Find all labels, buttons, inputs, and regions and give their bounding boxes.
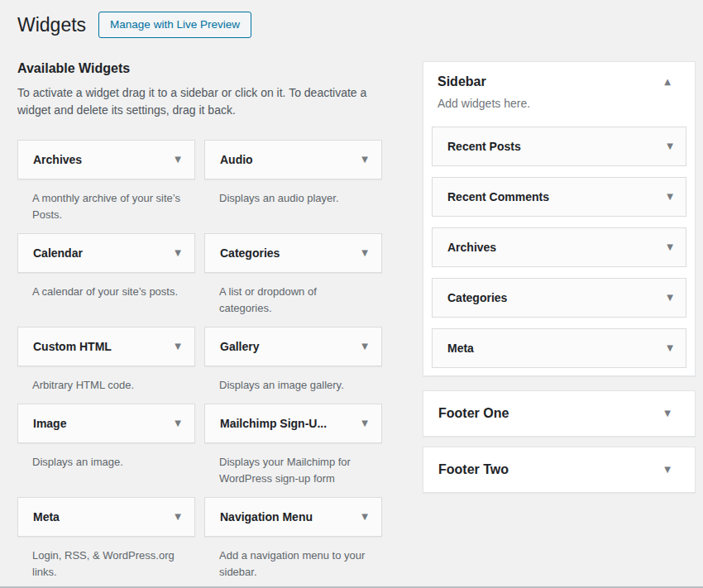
- widget-title: Image: [33, 417, 66, 430]
- chevron-down-icon[interactable]: ▼: [361, 155, 368, 164]
- widget-description: A calendar of your site’s posts.: [17, 273, 195, 310]
- widget-cell-gallery: Gallery ▼ Displays an image gallery.: [204, 327, 382, 404]
- widget-card-meta[interactable]: Meta ▼: [17, 497, 195, 537]
- footer-one-title: Footer One: [438, 406, 509, 421]
- sidebar-widget-recent-comments[interactable]: Recent Comments ▼: [432, 177, 686, 217]
- sidebar-widget-title: Recent Comments: [447, 190, 549, 203]
- widget-cell-image: Image ▼ Displays an image.: [17, 404, 195, 497]
- widget-description: Displays your Mailchimp for WordPress si…: [204, 443, 382, 497]
- chevron-down-icon[interactable]: ▼: [361, 249, 368, 257]
- chevron-down-icon[interactable]: ▼: [667, 344, 673, 352]
- sidebar-widget-title: Categories: [447, 291, 507, 304]
- page-title: Widgets: [17, 12, 86, 37]
- widget-card-audio[interactable]: Audio ▼: [204, 140, 382, 179]
- chevron-down-icon[interactable]: ▼: [667, 193, 673, 201]
- footer-two-title: Footer Two: [438, 462, 509, 477]
- sidebar-widget-title: Recent Posts: [447, 140, 521, 153]
- widget-cell-audio: Audio ▼ Displays an audio player.: [204, 140, 382, 233]
- chevron-down-icon[interactable]: ▼: [361, 513, 368, 521]
- available-widgets-section: Available Widgets To activate a widget d…: [17, 61, 382, 588]
- widget-description: Displays an audio player.: [204, 179, 382, 217]
- available-widgets-grid: Archives ▼ A monthly archive of your sit…: [17, 140, 382, 588]
- footer-two-header[interactable]: Footer Two ▼: [423, 447, 695, 492]
- chevron-down-icon[interactable]: ▼: [667, 294, 673, 302]
- widget-card-navigation-menu[interactable]: Navigation Menu ▼: [204, 497, 382, 537]
- chevron-down-icon[interactable]: ▼: [664, 466, 671, 474]
- available-widgets-intro: To activate a widget drag it to a sideba…: [17, 84, 376, 119]
- widgets-admin-page: Widgets Manage with Live Preview Availab…: [0, 0, 703, 588]
- sidebar-panel: Sidebar ▲ Add widgets here. Recent Posts…: [423, 61, 696, 376]
- sidebar-widget-list: Recent Posts ▼ Recent Comments ▼ Archive…: [423, 127, 695, 368]
- chevron-down-icon[interactable]: ▼: [175, 249, 181, 257]
- footer-one-panel: Footer One ▼: [423, 390, 696, 437]
- widget-title: Meta: [33, 510, 60, 523]
- sidebar-widget-categories[interactable]: Categories ▼: [432, 278, 686, 318]
- widget-cell-navigation-menu: Navigation Menu ▼ Add a navigation menu …: [204, 497, 382, 588]
- widget-description: Login, RSS, & WordPress.org links.: [17, 537, 195, 588]
- chevron-down-icon[interactable]: ▼: [664, 409, 671, 418]
- widget-title: Custom HTML: [33, 340, 112, 353]
- footer-two-panel: Footer Two ▼: [423, 447, 696, 493]
- widget-cell-archives: Archives ▼ A monthly archive of your sit…: [17, 140, 195, 233]
- widget-card-calendar[interactable]: Calendar ▼: [17, 233, 195, 273]
- sidebar-panel-header[interactable]: Sidebar ▲: [423, 62, 695, 89]
- chevron-down-icon[interactable]: ▼: [361, 342, 368, 351]
- sidebar-widget-recent-posts[interactable]: Recent Posts ▼: [432, 127, 686, 166]
- widget-cell-custom-html: Custom HTML ▼ Arbitrary HTML code.: [17, 327, 195, 404]
- widget-card-mailchimp[interactable]: Mailchimp Sign-U... ▼: [204, 404, 382, 443]
- widget-description: A list or dropdown of categories.: [204, 273, 382, 327]
- widget-cell-categories: Categories ▼ A list or dropdown of categ…: [204, 233, 382, 327]
- footer-one-header[interactable]: Footer One ▼: [423, 391, 695, 436]
- chevron-down-icon[interactable]: ▼: [175, 342, 181, 351]
- chevron-down-icon[interactable]: ▼: [667, 243, 673, 251]
- widget-title: Navigation Menu: [220, 510, 313, 523]
- sidebar-hint-text: Add widgets here.: [438, 97, 681, 110]
- widget-title: Mailchimp Sign-U...: [220, 417, 327, 430]
- widget-cell-mailchimp: Mailchimp Sign-U... ▼ Displays your Mail…: [204, 404, 382, 497]
- chevron-down-icon[interactable]: ▼: [361, 419, 368, 428]
- widget-cell-meta: Meta ▼ Login, RSS, & WordPress.org links…: [17, 497, 195, 588]
- widget-description: A monthly archive of your site’s Posts.: [17, 179, 195, 233]
- widget-title: Categories: [220, 246, 280, 260]
- chevron-down-icon[interactable]: ▼: [175, 155, 181, 164]
- chevron-up-icon[interactable]: ▲: [664, 78, 671, 86]
- sidebars-column: Sidebar ▲ Add widgets here. Recent Posts…: [423, 61, 696, 493]
- widget-card-archives[interactable]: Archives ▼: [17, 140, 195, 179]
- widget-title: Gallery: [220, 340, 259, 353]
- chevron-down-icon[interactable]: ▼: [175, 419, 181, 428]
- available-widgets-heading: Available Widgets: [17, 61, 382, 76]
- widget-card-gallery[interactable]: Gallery ▼: [204, 327, 382, 366]
- widget-title: Calendar: [33, 246, 83, 260]
- widget-title: Archives: [33, 153, 82, 166]
- widget-description: Arbitrary HTML code.: [17, 366, 195, 404]
- widget-title: Audio: [220, 153, 253, 166]
- content-columns: Available Widgets To activate a widget d…: [17, 61, 703, 588]
- widget-card-categories[interactable]: Categories ▼: [204, 233, 382, 273]
- page-header: Widgets Manage with Live Preview: [17, 12, 703, 38]
- sidebar-widget-archives[interactable]: Archives ▼: [432, 227, 686, 267]
- sidebar-widget-title: Meta: [447, 342, 474, 355]
- widget-description: Displays an image.: [17, 443, 195, 480]
- widget-cell-calendar: Calendar ▼ A calendar of your site’s pos…: [17, 233, 195, 327]
- manage-live-preview-button[interactable]: Manage with Live Preview: [98, 12, 251, 38]
- widget-description: Displays an image gallery.: [204, 366, 382, 404]
- chevron-down-icon[interactable]: ▼: [667, 142, 673, 151]
- sidebar-widget-title: Archives: [447, 241, 496, 254]
- chevron-down-icon[interactable]: ▼: [175, 513, 181, 521]
- sidebar-panel-title: Sidebar: [438, 74, 486, 89]
- widget-card-image[interactable]: Image ▼: [17, 404, 195, 443]
- widget-card-custom-html[interactable]: Custom HTML ▼: [17, 327, 195, 366]
- widget-description: Add a navigation menu to your sidebar.: [204, 537, 382, 588]
- sidebar-widget-meta[interactable]: Meta ▼: [432, 328, 686, 368]
